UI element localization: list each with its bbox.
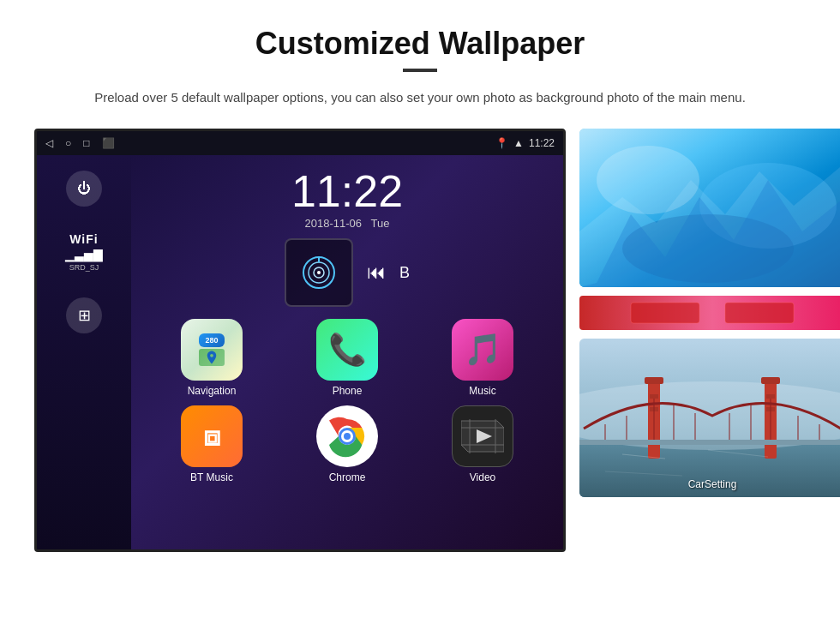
device-sidebar: ⏻ WiFi ▁▃▅▇ SRD_SJ ⊞ <box>37 155 131 549</box>
svg-rect-32 <box>761 377 780 384</box>
power-button[interactable]: ⏻ <box>66 171 102 207</box>
wallpaper-pink-strip <box>579 296 840 330</box>
next-track-icon[interactable]: B <box>399 264 410 282</box>
wifi-icon: ▲ <box>513 137 524 149</box>
app-item-video[interactable]: Video <box>419 405 546 483</box>
music-icon: 🎵 <box>452 319 513 381</box>
radio-widget[interactable] <box>285 238 353 307</box>
home-icon[interactable]: ○ <box>65 137 71 149</box>
phone-icon: 📞 <box>316 319 378 381</box>
wallpaper-ice[interactable] <box>579 129 840 287</box>
screenshot-icon[interactable]: ⬛ <box>102 137 115 149</box>
location-icon: 📍 <box>495 137 508 149</box>
svg-rect-33 <box>650 394 658 399</box>
device-screen: ◁ ○ □ ⬛ 📍 ▲ 11:22 ⏻ <box>34 129 566 552</box>
svg-rect-47 <box>579 440 840 445</box>
title-divider <box>403 69 437 72</box>
clock-date: 2018-11-06 Tue <box>145 217 549 230</box>
app-item-navigation[interactable]: 280 Navigation <box>148 319 275 397</box>
svg-rect-24 <box>631 303 699 323</box>
app-grid: 280 Navigation 📞 <box>145 319 549 483</box>
app-item-music[interactable]: 🎵 Music <box>419 319 546 397</box>
music-label: Music <box>469 385 495 397</box>
app-item-chrome[interactable]: Chrome <box>284 405 411 483</box>
svg-rect-35 <box>766 394 775 399</box>
device-center: 11:22 2018-11-06 Tue <box>131 155 563 549</box>
wifi-ssid: SRD_SJ <box>65 263 103 272</box>
svg-rect-23 <box>579 296 840 330</box>
clock-time: 11:22 <box>145 169 549 213</box>
clock-area: 11:22 2018-11-06 Tue <box>145 169 549 230</box>
video-label: Video <box>470 471 495 483</box>
wifi-bars: ▁▃▅▇ <box>65 248 103 261</box>
bt-music-icon: ⧈ <box>181 405 243 467</box>
phone-label: Phone <box>333 385 363 397</box>
svg-rect-25 <box>725 303 794 323</box>
device-main: ⏻ WiFi ▁▃▅▇ SRD_SJ ⊞ 11:22 <box>37 155 563 549</box>
status-time: 11:22 <box>529 137 555 149</box>
chrome-icon <box>316 405 378 467</box>
navigation-label: Navigation <box>188 385 237 397</box>
status-bar: ◁ ○ □ ⬛ 📍 ▲ 11:22 <box>37 131 563 155</box>
page-title: Customized Wallpaper <box>34 26 806 62</box>
wallpaper-panel: CarSetting <box>579 129 840 497</box>
recents-icon[interactable]: □ <box>83 137 89 149</box>
status-right: 📍 ▲ 11:22 <box>495 137 555 149</box>
apps-grid-icon: ⊞ <box>78 306 91 325</box>
app-item-bt-music[interactable]: ⧈ BT Music <box>148 405 275 483</box>
nav-icons: ◁ ○ □ ⬛ <box>45 137 115 149</box>
chrome-label: Chrome <box>329 471 366 483</box>
svg-point-8 <box>344 433 351 440</box>
svg-rect-31 <box>645 377 663 384</box>
bt-music-label: BT Music <box>190 471 233 483</box>
carsetting-label: CarSetting <box>688 478 737 490</box>
back-icon[interactable]: ◁ <box>45 137 53 149</box>
wallpaper-bridge[interactable]: CarSetting <box>579 339 840 497</box>
wifi-block: WiFi ▁▃▅▇ SRD_SJ <box>65 232 103 272</box>
prev-track-icon[interactable]: ⏮ <box>367 261 386 284</box>
apps-button[interactable]: ⊞ <box>66 297 102 333</box>
video-icon <box>452 405 513 467</box>
media-widget-area: ⏮ B <box>145 238 549 307</box>
wifi-label: WiFi <box>65 232 103 246</box>
svg-point-3 <box>317 271 321 274</box>
app-item-phone[interactable]: 📞 Phone <box>284 319 411 397</box>
page-subtitle: Preload over 5 default wallpaper options… <box>34 87 806 108</box>
power-icon: ⏻ <box>77 181 91 196</box>
content-area: ◁ ○ □ ⬛ 📍 ▲ 11:22 ⏻ <box>34 129 806 552</box>
navigation-icon: 280 <box>181 319 243 381</box>
